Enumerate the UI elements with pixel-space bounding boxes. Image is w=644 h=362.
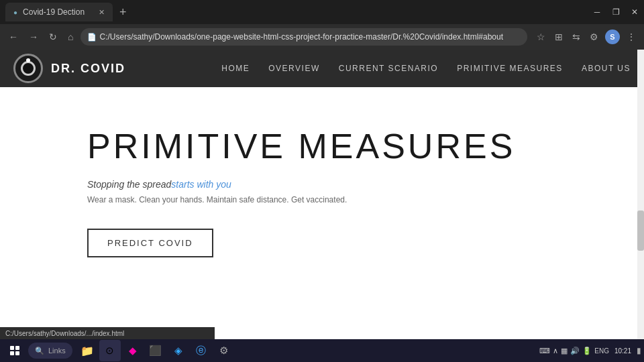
address-bar-wrap: 📄 (80, 28, 527, 46)
back-button[interactable]: ← (5, 30, 21, 44)
sync-icon[interactable]: ⇆ (570, 30, 583, 44)
subtitle-highlight: starts with you (171, 179, 231, 190)
logo-icon (13, 54, 43, 83)
subtitle: Stopping the spreadstarts with you (87, 179, 577, 190)
taskbar-right: ⌨ ∧ ▦ 🔊 🔋 ENG 10:21 ▮ (539, 346, 641, 355)
clock-time: 10:21 (614, 347, 631, 355)
scrollbar-track[interactable] (637, 50, 644, 362)
main-content: PRIMITIVE MEASURES Stopping the spreadst… (0, 87, 644, 284)
caret-icon[interactable]: ∧ (553, 347, 558, 355)
taskbar-app-3[interactable]: ◆ (122, 340, 144, 361)
taskbar-search-text: Links (48, 347, 66, 355)
logo-wrap: DR. COVID (13, 54, 125, 83)
logo-dot (26, 58, 30, 62)
network-icon: ▦ (561, 347, 568, 355)
nav-about-us[interactable]: ABOUT US (582, 64, 631, 73)
section-title: PRIMITIVE MEASURES (87, 127, 577, 166)
refresh-button[interactable]: ↻ (46, 30, 60, 44)
menu-icon[interactable]: ⋮ (624, 30, 639, 44)
file-explorer-icon: 📁 (80, 345, 94, 357)
site-navbar: DR. COVID HOME OVERVIEW CURRENT SCENARIO… (0, 50, 644, 87)
status-text: C:/Users/sathy/Downloads/.../index.html (5, 330, 124, 337)
settings-icon[interactable]: ⚙ (587, 30, 601, 44)
taskbar-edge[interactable]: ⓔ (191, 340, 212, 361)
start-button[interactable] (3, 341, 27, 360)
app3-icon: ◆ (129, 345, 137, 357)
forward-button[interactable]: → (25, 30, 42, 44)
taskbar-clock: 10:21 (614, 347, 631, 355)
app4-icon: ⬛ (149, 345, 162, 357)
search-icon: 🔍 (35, 347, 44, 355)
predict-covid-button[interactable]: PREDICT COVID (87, 229, 213, 257)
logo-inner-circle (21, 61, 36, 76)
address-bar[interactable] (80, 28, 527, 46)
lang-indicator: ENG (594, 347, 609, 355)
browser-chrome: ● Covid-19 Dection ✕ + ─ ❐ ✕ ← → ↻ ⌂ 📄 ☆ (0, 0, 644, 50)
tab-close-button[interactable]: ✕ (99, 8, 105, 17)
start-square-4 (15, 351, 19, 355)
close-button[interactable]: ✕ (625, 3, 644, 21)
bookmark-icon[interactable]: ☆ (534, 30, 548, 44)
taskbar-apps: 📁 ⊙ ◆ ⬛ ◈ ⓔ ⚙ (76, 340, 235, 361)
battery-icon: 🔋 (582, 347, 592, 355)
keyboard-icon: ⌨ (539, 347, 550, 355)
tab-title: Covid-19 Dection (23, 7, 85, 17)
tab-bar: ● Covid-19 Dection ✕ + ─ ❐ ✕ (0, 0, 644, 24)
taskbar-system-icons: ⌨ ∧ ▦ 🔊 🔋 ENG (539, 347, 609, 355)
nav-current-scenario[interactable]: CURRENT SCENARIO (339, 64, 438, 73)
subtitle-plain: Stopping the spread (87, 179, 171, 190)
status-bar: C:/Users/sathy/Downloads/.../index.html (0, 327, 215, 339)
start-square-1 (10, 346, 14, 350)
minimize-button[interactable]: ─ (588, 3, 606, 21)
profile-avatar[interactable]: S (605, 29, 620, 44)
website-content: DR. COVID HOME OVERVIEW CURRENT SCENARIO… (0, 50, 644, 284)
taskbar-file-explorer[interactable]: 📁 (76, 340, 98, 361)
show-desktop-button[interactable]: ▮ (637, 346, 641, 355)
description: Wear a mask. Clean your hands. Maintain … (87, 195, 577, 204)
lock-icon: 📄 (87, 33, 97, 42)
settings-app-icon: ⚙ (219, 345, 228, 357)
extensions-icon[interactable]: ⊞ (552, 30, 566, 44)
nav-primitive-measures[interactable]: PRIMITIVE MEASURES (457, 64, 563, 73)
active-tab[interactable]: ● Covid-19 Dection ✕ (5, 3, 113, 21)
new-tab-button[interactable]: + (115, 5, 131, 19)
taskbar-settings-app[interactable]: ⚙ (213, 340, 235, 361)
taskbar-chrome[interactable]: ⊙ (99, 340, 121, 361)
nav-home[interactable]: HOME (221, 64, 250, 73)
sound-icon: 🔊 (570, 347, 580, 355)
nav-overview[interactable]: OVERVIEW (268, 64, 319, 73)
start-square-2 (15, 346, 19, 350)
address-bar-row: ← → ↻ ⌂ 📄 ☆ ⊞ ⇆ ⚙ S ⋮ (0, 24, 644, 50)
taskbar-vscode[interactable]: ◈ (168, 340, 189, 361)
start-square-3 (10, 351, 14, 355)
taskbar: 🔍 Links 📁 ⊙ ◆ ⬛ ◈ ⓔ ⚙ (0, 339, 644, 362)
site-title: DR. COVID (51, 62, 125, 76)
vscode-icon: ◈ (174, 345, 182, 357)
page-container: ● Covid-19 Dection ✕ + ─ ❐ ✕ ← → ↻ ⌂ 📄 ☆ (0, 0, 644, 362)
chrome-icon: ⊙ (105, 345, 114, 357)
windows-icon (10, 346, 19, 355)
taskbar-app-4[interactable]: ⬛ (145, 340, 166, 361)
browser-icons: ☆ ⊞ ⇆ ⚙ S ⋮ (534, 29, 639, 44)
nav-links: HOME OVERVIEW CURRENT SCENARIO PRIMITIVE… (221, 64, 631, 73)
edge-icon: ⓔ (196, 345, 206, 357)
home-button[interactable]: ⌂ (64, 30, 76, 44)
scrollbar-thumb[interactable] (637, 210, 644, 251)
taskbar-search[interactable]: 🔍 Links (28, 343, 72, 359)
restore-button[interactable]: ❐ (606, 3, 625, 21)
